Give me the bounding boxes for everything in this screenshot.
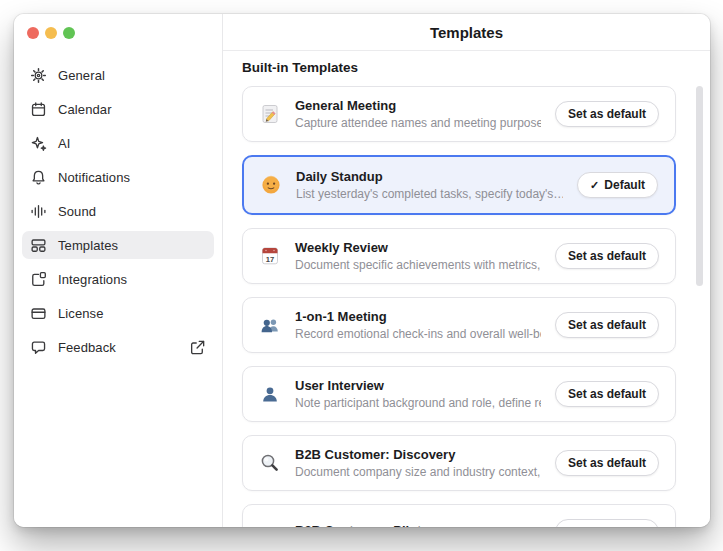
- magnifying-glass-icon: [259, 452, 281, 474]
- sidebar-nav: General Calendar AI: [14, 61, 222, 361]
- memo-icon: [259, 103, 281, 125]
- set-default-button[interactable]: Set as default: [555, 243, 659, 269]
- template-title: User Interview: [295, 378, 541, 393]
- set-default-button[interactable]: Set as default: [555, 312, 659, 338]
- sidebar-item-label: AI: [58, 136, 206, 151]
- templates-content: Built-in Templates General Meet: [223, 51, 710, 527]
- template-card-weekly-review[interactable]: 17 Weekly Review Document specific achie…: [242, 228, 676, 284]
- template-title: B2B Customer: Pilot: [295, 523, 541, 527]
- template-card-daily-standup[interactable]: Daily Standup List yesterday's completed…: [242, 155, 676, 215]
- template-title: 1-on-1 Meeting: [295, 309, 541, 324]
- set-default-button[interactable]: Set as default: [555, 381, 659, 407]
- waveform-icon: [30, 203, 47, 220]
- set-default-button[interactable]: Set as default: [555, 101, 659, 127]
- gear-icon: [30, 67, 47, 84]
- sidebar-item-general[interactable]: General: [22, 61, 214, 89]
- template-card-general-meeting[interactable]: General Meeting Capture attendee names a…: [242, 86, 676, 142]
- default-badge-button[interactable]: ✓ Default: [577, 172, 658, 198]
- sidebar-item-label: Templates: [58, 238, 206, 253]
- sidebar-item-label: Calendar: [58, 102, 206, 117]
- minimize-button[interactable]: [45, 27, 57, 39]
- svg-text:17: 17: [266, 255, 274, 264]
- template-card-b2b-discovery[interactable]: B2B Customer: Discovery Document company…: [242, 435, 676, 491]
- external-link-icon: [189, 339, 206, 356]
- sidebar-item-label: Notifications: [58, 170, 206, 185]
- template-description: Capture attendee names and meeting purpo…: [295, 116, 541, 130]
- sidebar-item-license[interactable]: License: [22, 299, 214, 327]
- bust-in-silhouette-icon: [259, 383, 281, 405]
- set-default-button[interactable]: Set as default: [555, 450, 659, 476]
- blue-partial-icon: [259, 521, 281, 527]
- sidebar-item-templates[interactable]: Templates: [22, 231, 214, 259]
- sidebar-item-integrations[interactable]: Integrations: [22, 265, 214, 293]
- template-card-user-interview[interactable]: User Interview Note participant backgrou…: [242, 366, 676, 422]
- slightly-smiling-face-icon: [260, 174, 282, 196]
- traffic-lights: [14, 14, 222, 39]
- sidebar-item-label: Sound: [58, 204, 206, 219]
- template-card-b2b-pilot[interactable]: B2B Customer: Pilot Set as default: [242, 504, 676, 527]
- sidebar-item-feedback[interactable]: Feedback: [22, 333, 214, 361]
- template-description: Document specific achievements with metr…: [295, 258, 541, 272]
- template-description: Record emotional check-ins and overall w…: [295, 327, 541, 341]
- sparkles-icon: [30, 135, 47, 152]
- sidebar-item-sound[interactable]: Sound: [22, 197, 214, 225]
- template-title: B2B Customer: Discovery: [295, 447, 541, 462]
- template-card-list: General Meeting Capture attendee names a…: [242, 86, 676, 527]
- speech-bubble-icon: [30, 339, 47, 356]
- settings-window: General Calendar AI: [14, 14, 710, 527]
- calendar-icon: [30, 101, 47, 118]
- sidebar-item-label: Feedback: [58, 340, 178, 355]
- bell-icon: [30, 169, 47, 186]
- sidebar-item-label: License: [58, 306, 206, 321]
- set-default-button[interactable]: Set as default: [555, 519, 659, 527]
- sidebar-item-label: General: [58, 68, 206, 83]
- sidebar-item-notifications[interactable]: Notifications: [22, 163, 214, 191]
- template-title: Weekly Review: [295, 240, 541, 255]
- template-description: List yesterday's completed tasks, specif…: [296, 187, 563, 201]
- zoom-button[interactable]: [63, 27, 75, 39]
- scrollbar-thumb[interactable]: [696, 86, 703, 286]
- sidebar-item-ai[interactable]: AI: [22, 129, 214, 157]
- template-card-1-on-1-meeting[interactable]: 1-on-1 Meeting Record emotional check-in…: [242, 297, 676, 353]
- credit-card-icon: [30, 305, 47, 322]
- template-description: Note participant background and role, de…: [295, 396, 541, 410]
- main-pane: Templates Built-in Templates: [223, 14, 710, 527]
- page-title: Templates: [223, 14, 710, 51]
- sidebar: General Calendar AI: [14, 14, 223, 527]
- template-title: Daily Standup: [296, 169, 563, 184]
- template-title: General Meeting: [295, 98, 541, 113]
- sidebar-item-calendar[interactable]: Calendar: [22, 95, 214, 123]
- check-icon: ✓: [590, 179, 599, 192]
- layout-grid-icon: [30, 237, 47, 254]
- sidebar-item-label: Integrations: [58, 272, 206, 287]
- blocks-icon: [30, 271, 47, 288]
- tear-off-calendar-icon: 17: [259, 245, 281, 267]
- template-description: Document company size and industry conte…: [295, 465, 541, 479]
- busts-in-silhouette-icon: [259, 314, 281, 336]
- close-button[interactable]: [27, 27, 39, 39]
- section-heading: Built-in Templates: [242, 60, 710, 75]
